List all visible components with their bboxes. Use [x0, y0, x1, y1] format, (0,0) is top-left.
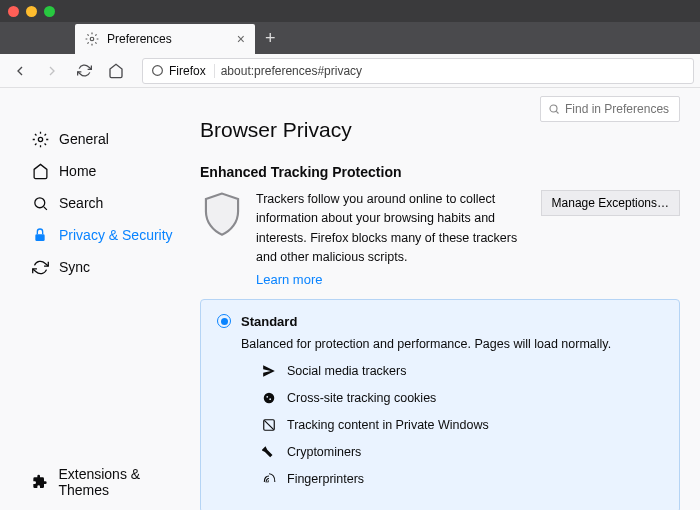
close-tab-icon[interactable]: × [237, 31, 245, 47]
svg-rect-5 [35, 234, 44, 241]
tab-preferences[interactable]: Preferences × [75, 24, 255, 54]
social-trackers-icon [261, 363, 277, 379]
svg-point-8 [269, 398, 271, 400]
svg-point-2 [550, 105, 557, 112]
main-content: Browser Privacy Enhanced Tracking Protec… [190, 88, 700, 510]
list-item: Tracking content in Private Windows [261, 417, 663, 433]
standard-title: Standard [241, 314, 297, 329]
etp-heading: Enhanced Tracking Protection [200, 164, 680, 180]
home-icon [31, 163, 49, 180]
cookie-icon [261, 390, 277, 406]
sidebar-item-extensions[interactable]: Extensions & Themes [20, 466, 190, 498]
shield-icon [200, 190, 244, 287]
url-text: about:preferences#privacy [221, 64, 362, 78]
svg-point-0 [90, 37, 94, 41]
sidebar-item-general[interactable]: General [20, 123, 190, 155]
url-bar[interactable]: Firefox about:preferences#privacy [142, 58, 694, 84]
back-button[interactable] [6, 57, 34, 85]
sidebar-label: Privacy & Security [59, 227, 173, 243]
sidebar-label: Search [59, 195, 103, 211]
sidebar-label: Home [59, 163, 96, 179]
standard-radio[interactable] [217, 314, 231, 328]
forward-button[interactable] [38, 57, 66, 85]
gear-icon [31, 131, 49, 148]
sidebar-label: General [59, 131, 109, 147]
lock-icon [31, 227, 49, 243]
search-icon [31, 195, 49, 212]
find-in-preferences[interactable]: Find in Preferences [540, 96, 680, 122]
etp-description: Trackers follow you around online to col… [256, 190, 529, 268]
identity-box[interactable]: Firefox [151, 64, 215, 78]
puzzle-icon [31, 474, 48, 490]
tab-title: Preferences [107, 32, 229, 46]
list-item: Social media trackers [261, 363, 663, 379]
identity-label: Firefox [169, 64, 206, 78]
tracking-content-icon [261, 417, 277, 433]
window-controls [8, 6, 55, 17]
svg-point-4 [34, 197, 44, 207]
sidebar: General Home Search Privacy & Security S… [0, 88, 190, 510]
toolbar: Firefox about:preferences#privacy [0, 54, 700, 88]
standard-subtitle: Balanced for protection and performance.… [241, 337, 663, 351]
sidebar-item-home[interactable]: Home [20, 155, 190, 187]
minimize-window-icon[interactable] [26, 6, 37, 17]
standard-mode-card[interactable]: Standard Balanced for protection and per… [200, 299, 680, 511]
gear-icon [85, 32, 99, 46]
list-item: Fingerprinters [261, 471, 663, 487]
home-button[interactable] [102, 57, 130, 85]
sidebar-label: Sync [59, 259, 90, 275]
firefox-icon [151, 64, 164, 77]
sidebar-label: Extensions & Themes [58, 466, 190, 498]
find-placeholder: Find in Preferences [565, 102, 669, 116]
new-tab-button[interactable]: + [255, 28, 286, 49]
svg-point-3 [38, 137, 42, 141]
manage-exceptions-button[interactable]: Manage Exceptions… [541, 190, 680, 216]
list-item: Cross-site tracking cookies [261, 390, 663, 406]
protection-list: Social media trackers Cross-site trackin… [261, 363, 663, 487]
reload-button[interactable] [70, 57, 98, 85]
learn-more-link[interactable]: Learn more [256, 272, 322, 287]
zoom-window-icon[interactable] [44, 6, 55, 17]
fingerprint-icon [261, 471, 277, 487]
titlebar [0, 0, 700, 22]
sidebar-item-sync[interactable]: Sync [20, 251, 190, 283]
sidebar-item-search[interactable]: Search [20, 187, 190, 219]
svg-point-7 [266, 395, 268, 397]
sync-icon [31, 259, 49, 276]
list-item: Cryptominers [261, 444, 663, 460]
sidebar-item-privacy[interactable]: Privacy & Security [20, 219, 190, 251]
svg-point-1 [153, 66, 163, 76]
svg-point-6 [264, 392, 275, 403]
close-window-icon[interactable] [8, 6, 19, 17]
search-icon [548, 103, 560, 115]
tab-strip: Preferences × + [0, 22, 700, 54]
cryptominer-icon [261, 444, 277, 460]
